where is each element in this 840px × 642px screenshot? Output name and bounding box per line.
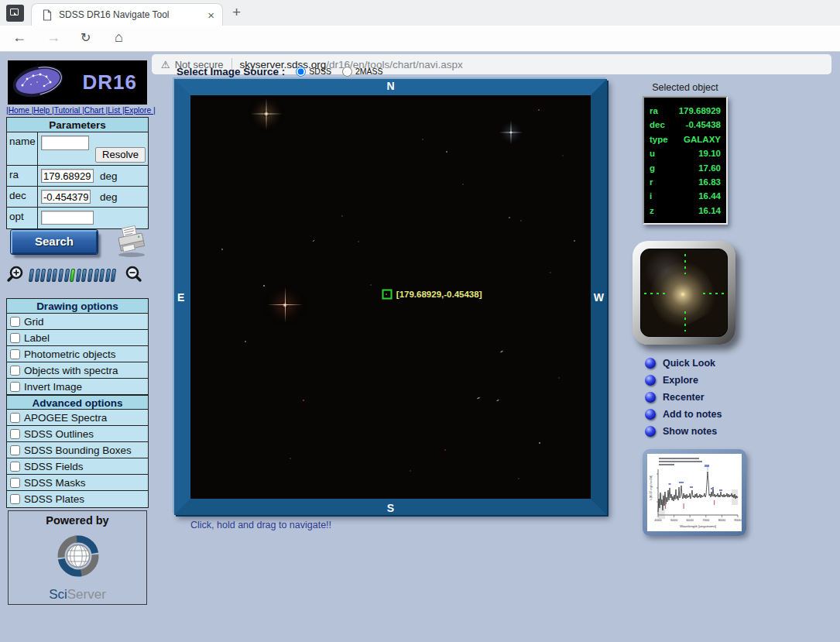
- object-ra-row: ra179.68929: [650, 104, 721, 118]
- sky-frame: N S E W [179.68929,-0.45438]: [174, 79, 607, 515]
- 2mass-radio[interactable]: [342, 67, 352, 77]
- sciserver-wordmark[interactable]: SciServer: [9, 587, 146, 603]
- refresh-icon[interactable]: ↻: [81, 30, 91, 45]
- option-invert[interactable]: Invert Image: [7, 379, 148, 395]
- zoom-in-icon[interactable]: [6, 265, 25, 283]
- invert-checkbox[interactable]: [10, 382, 20, 392]
- option-plates[interactable]: SDSS Plates: [7, 491, 148, 507]
- object-actions: Quick Look Explore Recenter Add to notes…: [645, 355, 722, 440]
- back-icon[interactable]: ←: [12, 29, 26, 46]
- option-fields[interactable]: SDSS Fields: [7, 458, 148, 475]
- zoom-out-icon[interactable]: [124, 265, 142, 283]
- add-to-notes-button[interactable]: Add to notes: [645, 406, 722, 423]
- compass-east-label: E: [177, 291, 184, 304]
- outlines-checkbox[interactable]: [10, 429, 20, 439]
- sphere-icon: [645, 358, 656, 369]
- tab-actions-icon[interactable]: [6, 5, 24, 22]
- svg-text:4000: 4000: [654, 518, 662, 522]
- opt-input[interactable]: [41, 211, 94, 225]
- spectrum-thumbnail[interactable]: λ [10-17 erg/s/cm2/A] 4000: [647, 454, 742, 531]
- spectrum-plot: λ [10-17 erg/s/cm2/A] 4000: [647, 454, 742, 531]
- selected-object-panel: ra179.68929 dec-0.45438 typeGALAXY u19.1…: [643, 96, 728, 225]
- option-outlines[interactable]: SDSS Outlines: [7, 426, 148, 442]
- ra-unit: deg: [100, 170, 118, 182]
- object-i-row: i16.44: [650, 189, 721, 203]
- options-panel: Drawing options Grid Label Photometric o…: [6, 298, 149, 508]
- sphere-icon: [645, 375, 656, 386]
- home-icon[interactable]: ⌂: [115, 29, 123, 46]
- dec-input[interactable]: [41, 190, 91, 204]
- option-spectra[interactable]: Objects with spectra: [7, 362, 148, 379]
- galaxy-core: [679, 291, 687, 297]
- 2mass-radio-label[interactable]: 2MASS: [355, 67, 383, 76]
- svg-text:9000: 9000: [734, 518, 742, 522]
- ra-label: ra: [7, 166, 38, 186]
- sdss-radio-label[interactable]: SDSS: [309, 67, 331, 76]
- nav-explore[interactable]: |Explore |: [122, 106, 156, 115]
- svg-text:7000: 7000: [702, 518, 710, 522]
- nav-home[interactable]: |Home: [6, 106, 32, 115]
- printer-icon[interactable]: [113, 225, 149, 258]
- photometric-checkbox[interactable]: [10, 349, 20, 359]
- browser-tab[interactable]: SDSS DR16 Navigate Tool ×: [31, 3, 223, 26]
- tab-title: SDSS DR16 Navigate Tool: [59, 9, 207, 20]
- sdss-radio[interactable]: [296, 67, 306, 77]
- dec-unit: deg: [100, 191, 118, 203]
- new-tab-button[interactable]: +: [232, 4, 241, 21]
- fields-checkbox[interactable]: [10, 462, 20, 472]
- spectrum-ylabel: λ [10-17 erg/s/cm2/A]: [650, 475, 653, 500]
- tab-strip: SDSS DR16 Navigate Tool × +: [0, 0, 840, 26]
- crosshair-left: [644, 293, 665, 294]
- navigate-hint: Click, hold and drag to navigate!!: [190, 520, 331, 530]
- resolve-button[interactable]: Resolve: [95, 147, 146, 163]
- option-photometric[interactable]: Photometric objects: [7, 346, 148, 362]
- object-z-row: z16.14: [650, 204, 721, 218]
- svg-text:6000: 6000: [687, 518, 694, 522]
- crosshair-right: [703, 293, 724, 294]
- spectra-checkbox[interactable]: [10, 366, 20, 376]
- option-apogee[interactable]: APOGEE Spectra: [7, 410, 148, 426]
- target-coordinates-label: [179.68929,-0.45438]: [396, 290, 482, 299]
- option-label[interactable]: Label: [7, 330, 148, 346]
- explore-button[interactable]: Explore: [645, 372, 722, 389]
- sky-image[interactable]: [179.68929,-0.45438]: [190, 95, 591, 499]
- plates-checkbox[interactable]: [10, 494, 20, 504]
- grid-checkbox[interactable]: [10, 317, 20, 327]
- search-button[interactable]: Search: [11, 230, 98, 254]
- option-grid[interactable]: Grid: [7, 314, 148, 330]
- zoom-slider: [6, 265, 149, 285]
- nav-chart[interactable]: |Chart: [82, 106, 105, 115]
- object-type-row: typeGALAXY: [650, 132, 721, 146]
- constellation-icon: [10, 63, 67, 101]
- page-favicon-icon: [43, 9, 52, 21]
- ra-input[interactable]: [41, 169, 94, 183]
- parameters-panel: Parameters name Resolve ra deg dec deg o…: [6, 117, 149, 229]
- label-checkbox[interactable]: [10, 333, 20, 343]
- show-notes-button[interactable]: Show notes: [645, 423, 722, 440]
- recenter-button[interactable]: Recenter: [645, 389, 722, 406]
- option-masks[interactable]: SDSS Masks: [7, 475, 148, 491]
- drawing-options-title: Drawing options: [7, 299, 148, 314]
- masks-checkbox[interactable]: [10, 478, 20, 488]
- zoom-slider-ticks[interactable]: [29, 266, 122, 283]
- spectrum-thumbnail-frame: λ [10-17 erg/s/cm2/A] 4000: [643, 449, 746, 536]
- name-label: name: [7, 132, 38, 165]
- dr16-logo: DR16: [8, 60, 147, 105]
- browser-toolbar: ← → ↻ ⌂ ⚠ Not secure skyserver.sdss.org/…: [0, 26, 840, 52]
- sciserver-logo-icon[interactable]: [50, 530, 107, 585]
- image-source-label: Select Image Source :: [177, 66, 285, 77]
- object-thumbnail-frame: [633, 241, 735, 345]
- nav-help[interactable]: |Help: [32, 106, 52, 115]
- bounding-checkbox[interactable]: [10, 445, 20, 455]
- svg-text:8000: 8000: [718, 518, 726, 522]
- nav-tutorial[interactable]: |Tutorial: [52, 106, 82, 115]
- option-bounding[interactable]: SDSS Bounding Boxes: [7, 442, 148, 458]
- apogee-checkbox[interactable]: [10, 413, 20, 423]
- advanced-options-title: Advanced options: [7, 395, 148, 410]
- quick-look-button[interactable]: Quick Look: [645, 355, 722, 372]
- close-tab-icon[interactable]: ×: [207, 9, 214, 21]
- emission-line-markers: [665, 465, 722, 509]
- nav-list[interactable]: |List: [106, 106, 122, 115]
- name-input[interactable]: [41, 136, 89, 150]
- object-thumbnail[interactable]: [640, 249, 728, 337]
